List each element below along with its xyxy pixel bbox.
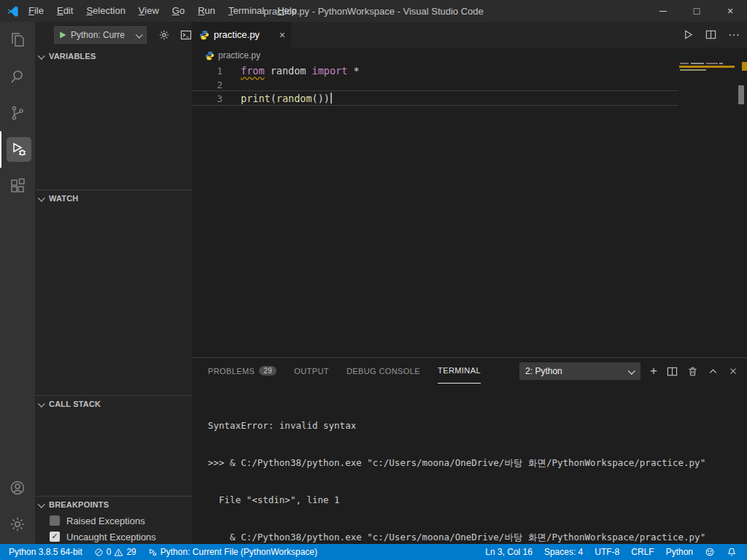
token-keyword-from: from — [241, 65, 265, 77]
notifications-item[interactable] — [721, 544, 743, 560]
menu-run[interactable]: Run — [191, 0, 222, 22]
tab-problems[interactable]: PROBLEMS 29 — [208, 358, 276, 384]
manage-button[interactable] — [0, 506, 35, 542]
tab-close-icon[interactable]: × — [279, 29, 285, 41]
terminal-line: & C:/Python38/python.exe "c:/Users/moona… — [208, 531, 705, 543]
code-line-2[interactable]: 2 — [192, 78, 222, 92]
line-number[interactable]: 1 — [192, 64, 222, 78]
account-icon — [9, 479, 26, 497]
terminal-shell-label: 2: Python — [525, 366, 562, 376]
configure-gear-icon[interactable] — [158, 29, 170, 41]
minimize-button[interactable]: ─ — [646, 0, 680, 22]
start-debug-icon[interactable] — [58, 31, 67, 39]
activity-extensions[interactable] — [0, 168, 35, 204]
indentation-item[interactable]: Spaces: 4 — [538, 544, 589, 560]
menu-bar: File Edit Selection View Go Run Terminal… — [22, 0, 303, 22]
tab-output[interactable]: OUTPUT — [294, 358, 329, 384]
terminal-output[interactable]: SyntaxError: invalid syntax >>> & C:/Pyt… — [208, 394, 705, 560]
minimap-mark — [680, 63, 689, 64]
menu-view[interactable]: View — [132, 0, 166, 22]
line-number[interactable]: 2 — [192, 78, 222, 92]
eol-item[interactable]: CRLF — [625, 544, 659, 560]
cursor-position-item[interactable]: Ln 3, Col 16 — [479, 544, 538, 560]
problems-status-item[interactable]: 0 29 — [88, 544, 142, 560]
terminal-shell-dropdown[interactable]: 2: Python — [519, 362, 640, 380]
watch-section-title: WATCH — [49, 194, 79, 203]
gear-icon — [9, 516, 26, 533]
breakpoints-section: BREAKPOINTS Raised Exceptions ✓ Uncaught… — [35, 496, 192, 545]
close-panel-icon[interactable] — [728, 366, 738, 376]
vscode-logo-icon — [7, 5, 19, 18]
terminal-line: File "<stdin>", line 1 — [208, 494, 705, 506]
menu-file[interactable]: File — [22, 0, 50, 22]
debug-config-dropdown[interactable]: Python: Curre — [54, 26, 147, 44]
run-file-icon[interactable] — [683, 29, 694, 40]
panel-tab-bar: PROBLEMS 29 OUTPUT DEBUG CONSOLE TERMINA… — [208, 358, 481, 384]
call-stack-section-title: CALL STACK — [49, 400, 101, 408]
cursor-position-label: Ln 3, Col 16 — [485, 547, 533, 557]
warnings-icon — [114, 548, 123, 557]
activity-explorer[interactable] — [0, 22, 35, 58]
tab-terminal[interactable]: TERMINAL — [438, 358, 481, 384]
source-control-icon — [9, 104, 26, 122]
maximize-button[interactable]: □ — [680, 0, 713, 22]
breakpoint-label: Raised Exceptions — [66, 516, 145, 526]
breadcrumb-item-file[interactable]: practice.py — [218, 50, 260, 61]
menu-edit[interactable]: Edit — [50, 0, 80, 22]
activity-source-control[interactable] — [0, 95, 35, 131]
token-star: * — [347, 65, 359, 77]
token-parens: ()) — [312, 93, 330, 104]
tab-debug-console[interactable]: DEBUG CONSOLE — [347, 358, 420, 384]
token-print: print — [241, 93, 271, 104]
close-button[interactable]: × — [713, 0, 747, 22]
split-terminal-icon[interactable] — [667, 366, 678, 377]
bell-icon — [727, 547, 737, 557]
editor-scrollbar-thumb[interactable] — [738, 85, 744, 104]
chevron-down-icon — [38, 400, 45, 407]
code-line-1[interactable]: 1 from random import * — [192, 64, 360, 78]
activity-run-and-debug[interactable] — [0, 131, 36, 168]
breadcrumb: practice.py — [192, 47, 747, 63]
encoding-item[interactable]: UTF-8 — [589, 544, 625, 560]
account-button[interactable] — [0, 470, 35, 506]
tab-practice-py[interactable]: practice.py × — [192, 22, 291, 47]
line-number[interactable]: 3 — [192, 92, 222, 106]
more-actions-icon[interactable]: ··· — [728, 28, 740, 42]
debug-config-label: Python: Current File (PythonWorkspace) — [160, 547, 317, 557]
window-title: practice.py - PythonWorkspace - Visual S… — [263, 6, 484, 17]
debug-config-status-item[interactable]: Python: Current File (PythonWorkspace) — [142, 544, 323, 560]
minimap-mark — [680, 69, 706, 71]
chevron-down-icon — [628, 367, 635, 374]
feedback-item[interactable] — [699, 544, 721, 560]
call-stack-section-header[interactable]: CALL STACK — [35, 396, 192, 412]
overview-ruler-warning — [742, 62, 747, 71]
breakpoint-uncaught-exceptions: ✓ Uncaught Exceptions — [35, 529, 192, 545]
split-editor-icon[interactable] — [705, 29, 716, 40]
raised-exceptions-checkbox[interactable] — [50, 516, 60, 526]
debug-status-icon — [148, 548, 158, 557]
minimap-mark — [719, 63, 723, 64]
menu-selection[interactable]: Selection — [80, 0, 131, 22]
code-line-3[interactable]: 3 print(random()) — [192, 92, 332, 106]
error-count: 0 — [107, 547, 112, 557]
tab-label: practice.py — [214, 29, 260, 40]
status-bar-left: Python 3.8.5 64-bit 0 29 Python: Current… — [0, 544, 323, 560]
search-icon — [9, 68, 26, 85]
new-terminal-icon[interactable]: + — [650, 364, 657, 378]
python-interpreter-item[interactable]: Python 3.8.5 64-bit — [3, 544, 88, 560]
language-mode-item[interactable]: Python — [660, 544, 699, 560]
debug-console-icon[interactable] — [180, 29, 192, 41]
maximize-panel-icon[interactable] — [708, 366, 719, 377]
chevron-down-icon — [136, 31, 143, 38]
watch-section-header[interactable]: WATCH — [35, 190, 192, 206]
activity-search[interactable] — [0, 58, 35, 95]
explorer-icon — [9, 31, 26, 49]
breakpoints-section-header[interactable]: BREAKPOINTS — [35, 497, 192, 513]
token-random-call: random — [276, 93, 312, 104]
uncaught-exceptions-checkbox[interactable]: ✓ — [50, 532, 60, 542]
variables-section-header[interactable]: VARIABLES — [35, 48, 192, 64]
code-editor[interactable]: 1 from random import * 2 3 print(random(… — [192, 63, 747, 357]
minimap-mark — [706, 63, 718, 64]
kill-terminal-icon[interactable] — [687, 366, 698, 377]
menu-go[interactable]: Go — [166, 0, 191, 22]
